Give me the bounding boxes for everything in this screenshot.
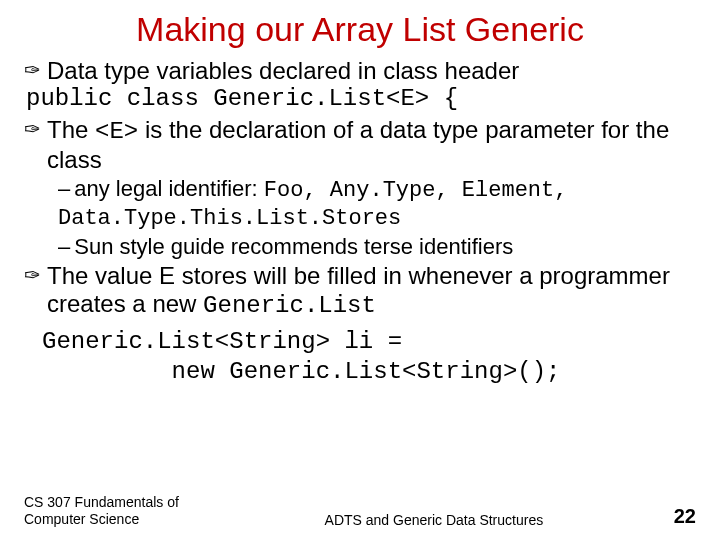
code-line-1: public class Generic.List<E> { bbox=[26, 85, 696, 113]
bullet-marker: ✑ bbox=[24, 116, 41, 142]
footer-center: ADTS and Generic Data Structures bbox=[194, 512, 674, 528]
slide-body: ✑ Data type variables declared in class … bbox=[24, 57, 696, 387]
bullet-3-text: The value E stores will be filled in whe… bbox=[47, 262, 696, 321]
bullet-3-code: Generic.List bbox=[203, 292, 376, 319]
bullet-2-text: The <E> is the declaration of a data typ… bbox=[47, 116, 696, 175]
bullet-2-code: <E> bbox=[95, 118, 138, 145]
bullet-marker: ✑ bbox=[24, 57, 41, 83]
bullet-2-part-a: The bbox=[47, 116, 95, 143]
slide-title: Making our Array List Generic bbox=[24, 10, 696, 49]
sub-bullet-2: –Sun style guide recommends terse identi… bbox=[58, 234, 696, 260]
sub2-text: Sun style guide recommends terse identif… bbox=[74, 234, 513, 259]
bullet-2-part-b: is the declaration of a data type parame… bbox=[47, 116, 669, 173]
footer-left: CS 307 Fundamentals of Computer Science bbox=[24, 494, 194, 528]
slide-footer: CS 307 Fundamentals of Computer Science … bbox=[24, 494, 696, 528]
bullet-1: ✑ Data type variables declared in class … bbox=[24, 57, 696, 85]
page-number: 22 bbox=[674, 505, 696, 528]
dash-marker: – bbox=[58, 234, 70, 259]
code-block-2: Generic.List<String> li = new Generic.Li… bbox=[42, 327, 696, 387]
bullet-1-text: Data type variables declared in class he… bbox=[47, 57, 519, 85]
bullet-3: ✑ The value E stores will be filled in w… bbox=[24, 262, 696, 321]
sub1-text: any legal identifier: bbox=[74, 176, 264, 201]
bullet-2: ✑ The <E> is the declaration of a data t… bbox=[24, 116, 696, 175]
sub-bullet-1: –any legal identifier: Foo, Any.Type, El… bbox=[58, 176, 696, 232]
bullet-marker: ✑ bbox=[24, 262, 41, 288]
dash-marker: – bbox=[58, 176, 70, 201]
